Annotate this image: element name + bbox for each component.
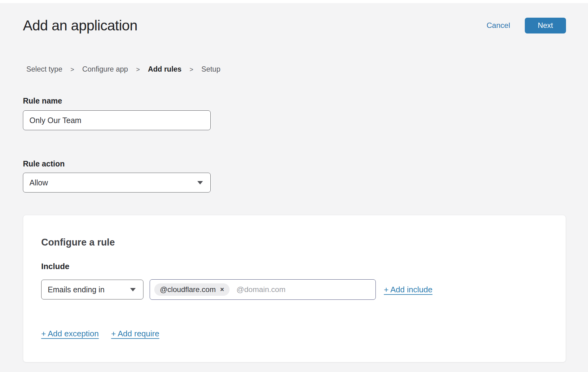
breadcrumb-step-setup[interactable]: Setup xyxy=(201,65,220,73)
configure-rule-card: Configure a rule Include Emails ending i… xyxy=(23,215,566,362)
page-title: Add an application xyxy=(23,17,138,34)
chevron-down-icon xyxy=(130,288,136,291)
chevron-down-icon xyxy=(197,181,203,184)
add-require-link[interactable]: + Add require xyxy=(111,329,159,339)
rule-action-selected-value: Allow xyxy=(29,178,48,187)
email-domain-tag: @cloudflare.com × xyxy=(154,283,230,296)
add-exception-link[interactable]: + Add exception xyxy=(41,329,99,339)
email-domain-input[interactable] xyxy=(236,285,371,294)
breadcrumb-separator: > xyxy=(190,66,193,73)
include-row: Emails ending in @cloudflare.com × + Add… xyxy=(41,279,547,300)
top-strip xyxy=(0,0,588,3)
rule-action-label: Rule action xyxy=(23,159,566,168)
include-value-tag-input[interactable]: @cloudflare.com × xyxy=(150,279,376,300)
breadcrumb-step-configure-app[interactable]: Configure app xyxy=(82,65,128,73)
page-header: Add an application Cancel Next xyxy=(23,16,566,35)
include-label: Include xyxy=(41,262,547,271)
add-include-link[interactable]: + Add include xyxy=(384,285,432,294)
next-button[interactable]: Next xyxy=(525,18,566,33)
rule-name-label: Rule name xyxy=(23,96,566,105)
breadcrumb-separator: > xyxy=(70,66,74,73)
include-selector-value: Emails ending in xyxy=(48,285,104,294)
card-title: Configure a rule xyxy=(41,237,547,248)
header-actions: Cancel Next xyxy=(486,18,566,33)
include-selector-select[interactable]: Emails ending in xyxy=(41,280,143,299)
breadcrumb: Select type > Configure app > Add rules … xyxy=(26,65,566,73)
breadcrumb-step-select-type[interactable]: Select type xyxy=(26,65,62,73)
remove-tag-icon[interactable]: × xyxy=(220,286,224,293)
rule-name-input[interactable] xyxy=(23,110,211,130)
breadcrumb-separator: > xyxy=(136,66,140,73)
page-content: Add an application Cancel Next Select ty… xyxy=(0,16,588,362)
rule-action-section: Rule action Allow xyxy=(23,159,566,193)
rule-action-select[interactable]: Allow xyxy=(23,173,211,193)
rule-links-row: + Add exception + Add require xyxy=(41,329,547,339)
email-domain-tag-label: @cloudflare.com xyxy=(160,285,216,294)
cancel-button[interactable]: Cancel xyxy=(486,21,510,30)
rule-name-section: Rule name xyxy=(23,96,566,130)
breadcrumb-step-add-rules[interactable]: Add rules xyxy=(148,65,181,73)
